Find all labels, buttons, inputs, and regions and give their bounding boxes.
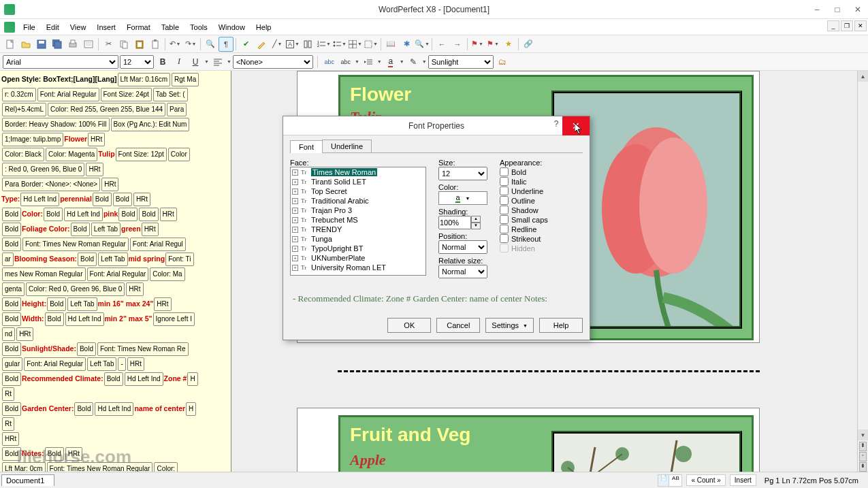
macro2-button[interactable]: ⚑▼	[485, 37, 500, 52]
bullets-button[interactable]: ▼	[332, 37, 347, 52]
view-mode-ab-icon[interactable]: AB	[669, 475, 681, 486]
appearance-outline[interactable]: Outline	[500, 196, 583, 205]
align-left-button[interactable]	[210, 54, 225, 69]
print-button[interactable]	[65, 37, 80, 52]
reveal-code[interactable]: Left Tab	[91, 223, 120, 236]
mdi-restore-button[interactable]: ❐	[841, 20, 853, 31]
reveal-code[interactable]: Rgt Ma	[172, 73, 199, 86]
size-select[interactable]: 12	[438, 167, 487, 180]
reveal-code[interactable]: Bold	[139, 208, 158, 221]
reveal-code[interactable]: 1;Image: tulip.bmp	[2, 133, 63, 146]
reveal-code[interactable]: Color:	[154, 462, 178, 472]
reveal-code[interactable]: HRt	[127, 357, 144, 371]
cut-button[interactable]: ✂	[101, 37, 116, 52]
tab-font[interactable]: Font	[290, 140, 323, 153]
appearance-redline[interactable]: Redline	[500, 225, 583, 233]
print-preview-button[interactable]	[81, 37, 96, 52]
appearance-underline[interactable]: Underline	[500, 186, 583, 195]
find-button[interactable]: 🔍	[203, 37, 218, 52]
insert-mode-indicator[interactable]: Insert	[730, 474, 756, 486]
reveal-code[interactable]: Color: Ma	[150, 267, 184, 281]
aux-selector[interactable]: Sunlight	[428, 55, 494, 69]
reveal-code[interactable]: Hd Left Ind	[125, 372, 163, 386]
scroll-up-button[interactable]: ▲	[858, 71, 868, 82]
color-picker[interactable]: a▼	[438, 191, 487, 205]
columns-button[interactable]	[301, 37, 316, 52]
shading-up-button[interactable]: ▲	[471, 216, 481, 223]
reveal-code[interactable]: Left Tab	[87, 357, 116, 371]
macro1-button[interactable]: ⚑▼	[470, 37, 485, 52]
zoom-button[interactable]: 🔍▼	[415, 37, 430, 52]
save-all-button[interactable]	[50, 37, 65, 52]
borders-button[interactable]: ▼	[364, 37, 379, 52]
italic-button[interactable]: I	[172, 54, 187, 69]
font-face-item[interactable]: +TrUniversity Roman LET	[291, 263, 425, 272]
reveal-code[interactable]: Font Size: 24pt	[101, 88, 152, 101]
reveal-code[interactable]: Bold	[44, 208, 63, 221]
reveal-code[interactable]: Hd Left Ind	[20, 193, 59, 206]
reveal-code[interactable]: Color	[168, 148, 190, 161]
tree-expand-icon[interactable]: +	[292, 198, 298, 204]
count-indicator[interactable]: « Count »	[686, 474, 725, 486]
numbering-button[interactable]: 12▼	[317, 37, 332, 52]
reveal-code[interactable]: Color: Black	[2, 148, 44, 161]
reveal-code[interactable]: Hd Left Ind	[95, 402, 133, 416]
save-button[interactable]	[34, 37, 49, 52]
view-mode-1-icon[interactable]: 📄	[658, 475, 669, 486]
text-box-button[interactable]: A▼	[285, 37, 300, 52]
tree-expand-icon[interactable]: +	[292, 246, 298, 252]
menu-edit[interactable]: Edit	[41, 22, 65, 33]
reveal-code[interactable]: HRt	[160, 208, 177, 221]
paragraph-button[interactable]: ¶	[219, 37, 234, 52]
appearance-checkbox[interactable]	[500, 244, 509, 253]
font-face-item[interactable]: +TrTimes New Roman	[291, 167, 425, 177]
table-button[interactable]: ▼	[348, 37, 363, 52]
copy-button[interactable]	[116, 37, 131, 52]
appearance-checkbox[interactable]	[500, 206, 509, 214]
line-color-button[interactable]: ╱▼	[270, 37, 285, 52]
reveal-code[interactable]: Bold	[74, 402, 93, 416]
maximize-button[interactable]: □	[827, 2, 848, 17]
appearance-strikeout[interactable]: Strikeout	[500, 234, 583, 243]
dialog-close-button[interactable]: ✕	[562, 116, 590, 135]
cancel-button[interactable]: Cancel	[436, 318, 480, 333]
reveal-code[interactable]: Bold	[78, 253, 97, 266]
position-select[interactable]: Normal	[438, 240, 487, 254]
open-button[interactable]	[18, 37, 33, 52]
reveal-code[interactable]: Lft Mar: 0.16cm	[118, 73, 170, 86]
menu-help[interactable]: Help	[251, 22, 277, 33]
reveal-code[interactable]: Color: Red 0, Green 96, Blue 0	[26, 282, 125, 296]
menu-table[interactable]: Table	[156, 22, 184, 33]
reveal-code[interactable]: Rt	[2, 387, 14, 401]
reveal-code[interactable]: Bold	[2, 372, 21, 386]
reveal-code[interactable]: H	[186, 402, 196, 416]
reveal-code[interactable]: HRt	[133, 193, 150, 206]
reveal-code[interactable]: Bold	[2, 342, 21, 356]
font-face-item[interactable]: +TrTypoUpright BT	[291, 244, 425, 253]
reveal-code[interactable]: HRt	[142, 223, 159, 236]
autoformat-button[interactable]	[254, 37, 269, 52]
gutter[interactable]	[231, 71, 242, 472]
scroll-down-button[interactable]: ▼	[858, 429, 868, 440]
reveal-code[interactable]: Font: Ti	[165, 253, 193, 266]
reveal-code[interactable]: Left Tab	[67, 297, 97, 311]
clipboard-button[interactable]	[148, 37, 163, 52]
reveal-code[interactable]: Ignore Left I	[153, 312, 195, 326]
tree-expand-icon[interactable]: +	[292, 236, 298, 242]
underline-button[interactable]: U	[188, 54, 203, 69]
reveal-code[interactable]: gular	[2, 357, 22, 371]
highlight-button[interactable]: ✎	[406, 54, 421, 69]
reveal-code[interactable]: Bold	[118, 208, 138, 221]
font-color-button[interactable]: a	[383, 54, 398, 69]
reveal-code[interactable]: HRt	[2, 432, 19, 446]
font-face-item[interactable]: +TrTrajan Pro 3	[291, 206, 425, 215]
reveal-code[interactable]: Bold	[2, 312, 21, 326]
appearance-italic[interactable]: Italic	[500, 177, 583, 186]
reveal-code[interactable]: ar	[2, 253, 14, 266]
font-face-item[interactable]: +TrTrebuchet MS	[291, 215, 425, 225]
document-icon[interactable]	[4, 22, 15, 33]
tree-expand-icon[interactable]: +	[292, 255, 298, 261]
tree-expand-icon[interactable]: +	[292, 208, 298, 214]
font-face-item[interactable]: +TrTunga	[291, 234, 425, 244]
font-face-listbox[interactable]: +TrTimes New Roman+TrTiranti Solid LET+T…	[290, 167, 426, 276]
